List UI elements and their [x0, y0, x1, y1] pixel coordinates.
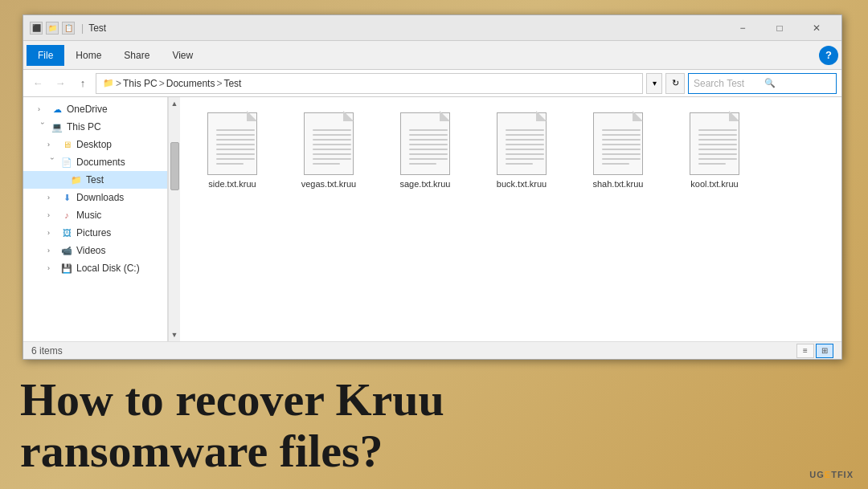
- maximize-button[interactable]: □: [761, 15, 798, 41]
- file-line: [409, 144, 448, 145]
- refresh-button[interactable]: ↻: [665, 73, 685, 94]
- minimize-button[interactable]: −: [724, 15, 761, 41]
- sidebar-item-thispc[interactable]: › 💻 This PC: [23, 118, 167, 136]
- file-line: [313, 163, 340, 165]
- ribbon-tab-file[interactable]: File: [27, 45, 64, 66]
- file-line: [602, 134, 641, 136]
- quick-access-icon3[interactable]: 📋: [62, 22, 75, 35]
- file-line: [216, 149, 255, 150]
- up-button[interactable]: ↑: [73, 74, 92, 93]
- sidebar-item-pictures[interactable]: › 🖼 Pictures: [23, 224, 167, 242]
- file-item[interactable]: buck.txt.kruu: [477, 105, 566, 333]
- quick-access-icon1[interactable]: ⬛: [30, 22, 43, 35]
- ribbon-tab-share[interactable]: Share: [113, 45, 161, 66]
- ribbon: File Home Share View ?: [23, 41, 841, 70]
- file-line: [216, 163, 244, 165]
- file-area: side.txt.kruu: [180, 97, 841, 341]
- file-line: [313, 153, 351, 155]
- help-button[interactable]: ?: [819, 46, 838, 65]
- close-button[interactable]: ✕: [798, 15, 835, 41]
- downloads-icon: ⬇: [60, 191, 73, 204]
- title-bar-icons: ⬛ 📁 📋: [30, 22, 75, 35]
- file-line: [602, 149, 641, 150]
- onedrive-icon: ☁: [51, 103, 63, 116]
- address-path[interactable]: 📁 > This PC > Documents > Test: [96, 73, 643, 94]
- sidebar-item-localdisk[interactable]: › 💾 Local Disk (C:): [23, 259, 167, 277]
- file-lines: [602, 129, 641, 168]
- file-lines: [506, 129, 544, 168]
- file-line: [506, 144, 544, 145]
- explorer-window: ⬛ 📁 📋 | Test − □ ✕ File Home Share View …: [23, 14, 842, 360]
- sidebar-item-desktop[interactable]: › 🖥 Desktop: [23, 136, 167, 153]
- file-line: [506, 129, 544, 131]
- sidebar-item-music[interactable]: › ♪ Music: [23, 206, 167, 224]
- back-button[interactable]: ←: [28, 74, 47, 93]
- sidebar-label-videos: Videos: [76, 245, 105, 256]
- sidebar-item-test[interactable]: 📁 Test: [23, 171, 167, 189]
- file-line: [602, 163, 629, 165]
- file-lines: [698, 129, 737, 168]
- path-test[interactable]: Test: [223, 78, 241, 89]
- search-icon: 🔍: [764, 78, 832, 88]
- expand-icon: ›: [47, 211, 57, 219]
- file-lines: [313, 129, 351, 168]
- path-dropdown-button[interactable]: ▾: [646, 73, 662, 94]
- file-line: [313, 129, 351, 131]
- file-item[interactable]: side.txt.kruu: [188, 105, 276, 333]
- file-item[interactable]: kool.txt.kruu: [670, 105, 759, 333]
- file-line: [698, 144, 737, 145]
- file-line: [313, 158, 351, 160]
- localdisk-icon: 💾: [60, 262, 73, 275]
- file-line: [698, 134, 737, 136]
- file-name: shah.txt.kruu: [593, 178, 644, 189]
- address-bar: ← → ↑ 📁 > This PC > Documents > Test ▾ ↻…: [23, 70, 841, 97]
- scrollbar-up-arrow[interactable]: ▲: [169, 97, 181, 110]
- sidebar-item-documents[interactable]: › 📄 Documents: [23, 153, 167, 171]
- quick-access-icon2[interactable]: 📁: [46, 22, 59, 35]
- file-name: buck.txt.kruu: [497, 178, 547, 189]
- sidebar-label-music: Music: [76, 210, 101, 221]
- file-line: [313, 139, 351, 141]
- file-icon: [397, 111, 453, 175]
- file-line: [409, 149, 448, 150]
- expand-icon: ›: [47, 247, 57, 255]
- ribbon-tab-view[interactable]: View: [161, 45, 204, 66]
- scrollbar-track: [169, 110, 180, 328]
- sidebar-item-onedrive[interactable]: › ☁ OneDrive: [23, 100, 167, 118]
- test-folder-icon: 📁: [70, 173, 83, 186]
- file-item[interactable]: sage.txt.kruu: [381, 105, 469, 333]
- desktop-icon: 🖥: [60, 138, 73, 151]
- file-icon: [686, 111, 743, 175]
- title-separator: |: [81, 22, 84, 34]
- file-line: [409, 129, 448, 131]
- sidebar-label-test: Test: [86, 174, 104, 185]
- file-line: [216, 153, 255, 155]
- expand-icon: ›: [47, 229, 57, 237]
- file-name: vegas.txt.kruu: [301, 178, 356, 189]
- file-item[interactable]: vegas.txt.kruu: [285, 105, 373, 333]
- expand-icon: ›: [48, 157, 56, 167]
- main-content: › ☁ OneDrive › 💻 This PC › 🖥 Desktop › 📄: [23, 97, 841, 341]
- path-documents[interactable]: Documents: [166, 78, 215, 89]
- file-line: [409, 134, 448, 136]
- scrollbar-thumb[interactable]: [170, 142, 179, 190]
- sidebar-label-localdisk: Local Disk (C:): [76, 263, 140, 274]
- file-icon-body: [593, 112, 643, 175]
- search-box[interactable]: Search Test 🔍: [688, 73, 837, 94]
- headline-line2: ransomware files?: [20, 426, 848, 477]
- file-item[interactable]: shah.txt.kruu: [574, 105, 662, 333]
- file-line: [409, 158, 448, 160]
- file-icon-body: [497, 112, 547, 175]
- ribbon-tab-home[interactable]: Home: [64, 45, 113, 66]
- sidebar-label-pictures: Pictures: [76, 227, 111, 238]
- file-name: kool.txt.kruu: [690, 178, 738, 189]
- file-line: [216, 144, 255, 145]
- folder-icon: 📁: [103, 78, 114, 88]
- file-line: [506, 158, 544, 160]
- forward-button[interactable]: →: [51, 74, 70, 93]
- sidebar-item-videos[interactable]: › 📹 Videos: [23, 242, 167, 259]
- expand-icon: ›: [39, 122, 47, 132]
- sidebar-item-downloads[interactable]: › ⬇ Downloads: [23, 189, 167, 206]
- path-thispc[interactable]: This PC: [123, 78, 158, 89]
- file-icon-body: [400, 112, 450, 175]
